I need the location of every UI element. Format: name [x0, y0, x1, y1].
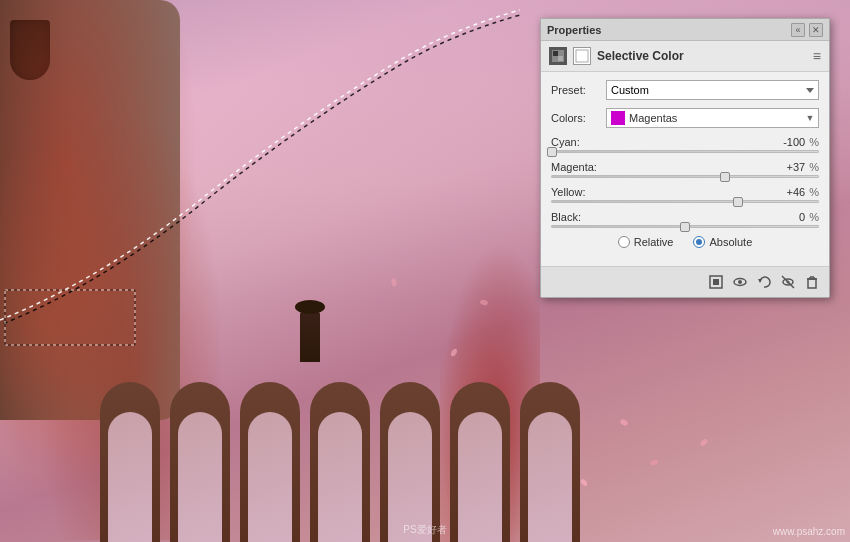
- colors-row: Colors: Magentas Reds Yellows Greens Cya…: [551, 108, 819, 128]
- black-unit: %: [809, 211, 819, 223]
- visibility-icon[interactable]: [779, 273, 797, 291]
- preset-label: Preset:: [551, 84, 606, 96]
- yellow-track[interactable]: [551, 200, 819, 203]
- black-label: Black:: [551, 211, 611, 223]
- selection-line: [0, 0, 520, 400]
- svg-rect-3: [553, 51, 558, 56]
- black-value: 0: [770, 211, 805, 223]
- cyan-value-row: -100 %: [770, 136, 819, 148]
- absolute-label: Absolute: [709, 236, 752, 248]
- panel-body: Preset: Custom Colors: Magentas Reds Yel…: [541, 72, 829, 266]
- svg-marker-11: [758, 279, 762, 283]
- svg-rect-15: [808, 279, 816, 288]
- undo-icon[interactable]: [755, 273, 773, 291]
- black-thumb[interactable]: [680, 222, 690, 232]
- color-swatch: [611, 111, 625, 125]
- svg-rect-5: [576, 50, 588, 62]
- magenta-value: +37: [770, 161, 805, 173]
- relative-option[interactable]: Relative: [618, 236, 674, 248]
- relative-radio[interactable]: [618, 236, 630, 248]
- magenta-value-row: +37 %: [770, 161, 819, 173]
- arch-3: [240, 382, 300, 542]
- arch-7: [520, 382, 580, 542]
- yellow-slider-top: Yellow: +46 %: [551, 186, 819, 198]
- cyan-value: -100: [770, 136, 805, 148]
- eye-icon[interactable]: [731, 273, 749, 291]
- magenta-slider-top: Magenta: +37 %: [551, 161, 819, 173]
- trash-icon[interactable]: [803, 273, 821, 291]
- colors-label: Colors:: [551, 112, 606, 124]
- cyan-slider-top: Cyan: -100 %: [551, 136, 819, 148]
- black-track[interactable]: [551, 225, 819, 228]
- panel-header-title: Selective Color: [597, 49, 684, 63]
- cyan-track[interactable]: [551, 150, 819, 153]
- magenta-thumb[interactable]: [720, 172, 730, 182]
- svg-rect-1: [5, 290, 135, 345]
- arch-1: [100, 382, 160, 542]
- panel-menu-icon[interactable]: ≡: [813, 48, 821, 64]
- magenta-label: Magenta:: [551, 161, 611, 173]
- absolute-radio[interactable]: [693, 236, 705, 248]
- black-slider-section: Black: 0 %: [551, 211, 819, 228]
- svg-point-10: [738, 280, 742, 284]
- yellow-thumb[interactable]: [733, 197, 743, 207]
- layer-icon-mask: [573, 47, 591, 65]
- svg-rect-4: [558, 56, 563, 61]
- arch-2: [170, 382, 230, 542]
- watermark-url: www.psahz.com: [773, 526, 845, 537]
- colors-select-wrapper[interactable]: Magentas Reds Yellows Greens Cyans Blues…: [606, 108, 819, 128]
- arch-6: [450, 382, 510, 542]
- panel-titlebar: Properties « ✕: [541, 19, 829, 41]
- clip-icon[interactable]: [707, 273, 725, 291]
- panel-header: Selective Color ≡: [541, 41, 829, 72]
- magenta-unit: %: [809, 161, 819, 173]
- yellow-value: +46: [770, 186, 805, 198]
- svg-rect-8: [713, 279, 719, 285]
- layer-icon-dark: [549, 47, 567, 65]
- svg-rect-0: [5, 290, 135, 345]
- preset-row: Preset: Custom: [551, 80, 819, 100]
- radio-row: Relative Absolute: [551, 236, 819, 248]
- cyan-thumb[interactable]: [547, 147, 557, 157]
- yellow-slider-section: Yellow: +46 %: [551, 186, 819, 203]
- collapse-button[interactable]: «: [791, 23, 805, 37]
- close-button[interactable]: ✕: [809, 23, 823, 37]
- absolute-option[interactable]: Absolute: [693, 236, 752, 248]
- colors-chevron-icon: ▼: [802, 113, 818, 123]
- panel-controls: « ✕: [791, 23, 823, 37]
- magenta-track[interactable]: [551, 175, 819, 178]
- svg-line-14: [782, 276, 794, 288]
- yellow-value-row: +46 %: [770, 186, 819, 198]
- relative-label: Relative: [634, 236, 674, 248]
- preset-select[interactable]: Custom: [606, 80, 819, 100]
- arch-4: [310, 382, 370, 542]
- watermark-ps: PS爱好者: [403, 523, 446, 537]
- arch-5: [380, 382, 440, 542]
- colors-select[interactable]: Magentas Reds Yellows Greens Cyans Blues: [629, 112, 802, 124]
- black-value-row: 0 %: [770, 211, 819, 223]
- panel-title: Properties: [547, 24, 601, 36]
- yellow-label: Yellow:: [551, 186, 611, 198]
- yellow-unit: %: [809, 186, 819, 198]
- cyan-slider-section: Cyan: -100 %: [551, 136, 819, 153]
- properties-panel: Properties « ✕ Selective Color ≡ Preset:: [540, 18, 830, 298]
- cyan-unit: %: [809, 136, 819, 148]
- magenta-slider-section: Magenta: +37 %: [551, 161, 819, 178]
- cyan-label: Cyan:: [551, 136, 611, 148]
- panel-footer: [541, 266, 829, 297]
